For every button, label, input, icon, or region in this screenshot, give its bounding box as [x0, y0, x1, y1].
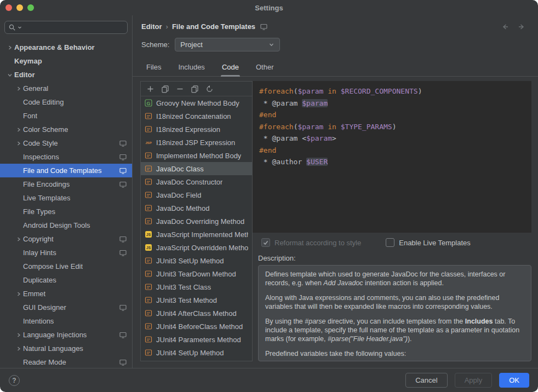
sidebar-item-emmet[interactable]: Emmet — [0, 287, 132, 301]
template-item-junit4-setup-method[interactable]: JUnit4 SetUp Method — [141, 346, 252, 359]
sidebar-item-keymap[interactable]: Keymap — [0, 54, 132, 68]
duplicate-icon[interactable] — [161, 85, 169, 93]
cancel-button[interactable]: Cancel — [405, 373, 447, 388]
apply-button[interactable]: Apply — [455, 373, 493, 388]
settings-tree[interactable]: Appearance & BehaviorKeymapEditorGeneral… — [0, 41, 132, 368]
settings-sidebar: Appearance & BehaviorKeymapEditorGeneral… — [0, 15, 133, 368]
remove-icon[interactable] — [176, 85, 184, 93]
sidebar-item-label: Inlay Hints — [23, 249, 56, 257]
chevron-right-icon[interactable] — [14, 331, 23, 339]
template-item-junit3-setup-method[interactable]: JUnit3 SetUp Method — [141, 254, 252, 267]
add-icon[interactable] — [146, 85, 154, 93]
template-item-javadoc-class[interactable]: JavaDoc Class — [141, 162, 252, 175]
chevron-right-icon[interactable] — [14, 344, 23, 353]
minimize-window-button[interactable] — [16, 4, 23, 11]
template-item-javadoc-method[interactable]: JavaDoc Method — [141, 201, 252, 215]
sidebar-item-inlay-hints[interactable]: Inlay Hints — [0, 246, 132, 260]
search-history-chevron-icon[interactable] — [18, 25, 22, 30]
sidebar-item-duplicates[interactable]: Duplicates — [0, 273, 132, 287]
template-item-i18nized-expression[interactable]: I18nized Expression — [141, 123, 252, 136]
copy-icon[interactable] — [191, 85, 199, 93]
sidebar-item-color-scheme[interactable]: Color Scheme — [0, 123, 132, 136]
sidebar-item-code-editing[interactable]: Code Editing — [0, 95, 132, 109]
template-item-javascript-overridden-method-body[interactable]: JSJavaScript Overridden Method Body — [141, 241, 252, 254]
revert-icon[interactable] — [205, 85, 214, 93]
ok-button[interactable]: OK — [499, 373, 529, 388]
reformat-checkbox[interactable]: Reformat according to style — [261, 238, 361, 247]
sidebar-item-font[interactable]: Font — [0, 109, 132, 123]
code-line: #foreach($param in $TYPE_PARAMS) — [259, 121, 525, 133]
js-template-icon: JS — [145, 230, 152, 238]
template-item-label: JUnit3 SetUp Method — [156, 257, 224, 265]
chevron-placeholder — [14, 98, 23, 107]
template-item-i18nized-concatenation[interactable]: I18nized Concatenation — [141, 109, 252, 123]
template-item-implemented-method-body[interactable]: Implemented Method Body — [141, 149, 252, 162]
sidebar-item-language-injections[interactable]: Language Injections — [0, 328, 132, 342]
zoom-window-button[interactable] — [27, 4, 34, 11]
template-item-i18nized-jsp-expression[interactable]: JSPI18nized JSP Expression — [141, 136, 252, 149]
sidebar-item-general[interactable]: General — [0, 82, 132, 95]
chevron-right-icon[interactable] — [14, 84, 23, 93]
template-item-junit3-teardown-method[interactable]: JUnit3 TearDown Method — [141, 267, 252, 280]
template-item-javadoc-overriding-method[interactable]: JavaDoc Overriding Method — [141, 215, 252, 228]
sidebar-item-live-templates[interactable]: Live Templates — [0, 191, 132, 205]
tab-other[interactable]: Other — [255, 60, 275, 76]
template-item-label: JavaDoc Field — [156, 191, 201, 199]
forward-icon[interactable] — [517, 23, 526, 31]
sidebar-item-label: Editor — [14, 71, 35, 79]
tab-includes[interactable]: Includes — [177, 60, 205, 76]
sidebar-item-file-encodings[interactable]: File Encodings — [0, 177, 132, 191]
chevron-right-icon[interactable] — [14, 290, 23, 298]
template-list[interactable]: GGroovy New Method BodyI18nized Concaten… — [141, 96, 252, 361]
sidebar-item-reader-mode[interactable]: Reader Mode — [0, 355, 132, 368]
sidebar-item-compose-live-edit[interactable]: Compose Live Edit — [0, 260, 132, 273]
sidebar-item-file-and-code-templates[interactable]: File and Code Templates — [0, 164, 132, 177]
template-item-label: JUnit4 AfterClass Method — [156, 309, 237, 318]
sidebar-item-intentions[interactable]: Intentions — [0, 314, 132, 328]
sidebar-item-inspections[interactable]: Inspections — [0, 150, 132, 164]
back-icon[interactable] — [501, 23, 510, 31]
sidebar-item-android-design-tools[interactable]: Android Design Tools — [0, 218, 132, 232]
settings-search-input[interactable] — [24, 24, 124, 31]
sidebar-item-label: File Encodings — [23, 180, 70, 188]
sidebar-item-file-types[interactable]: File Types — [0, 205, 132, 218]
chevron-right-icon[interactable] — [14, 139, 23, 148]
template-item-label: JavaScript Overridden Method Body — [156, 244, 248, 252]
chevron-right-icon[interactable] — [14, 125, 23, 134]
code-line: #foreach($param in $RECORD_COMPONENTS) — [259, 85, 525, 97]
tab-files[interactable]: Files — [145, 60, 162, 76]
template-item-junit3-test-method[interactable]: JUnit3 Test Method — [141, 293, 252, 307]
scheme-select[interactable]: Project — [175, 38, 280, 51]
template-item-junit4-parameters-method[interactable]: JUnit4 Parameters Method — [141, 333, 252, 346]
template-item-junit4-afterclass-method[interactable]: JUnit4 AfterClass Method — [141, 307, 252, 320]
template-item-label: Groovy New Method Body — [156, 99, 239, 107]
settings-search-box[interactable] — [4, 21, 128, 34]
chevron-right-icon[interactable] — [14, 235, 23, 244]
tab-code[interactable]: Code — [221, 60, 240, 76]
breadcrumb-editor[interactable]: Editor — [141, 22, 162, 31]
template-code-editor[interactable]: #foreach($param in $RECORD_COMPONENTS) *… — [253, 81, 531, 233]
sidebar-item-appearance-behavior[interactable]: Appearance & Behavior — [0, 41, 132, 54]
chevron-right-icon[interactable] — [5, 43, 14, 52]
template-item-javascript-implemented-method-body[interactable]: JSJavaScript Implemented Method Body — [141, 228, 252, 241]
sidebar-item-natural-languages[interactable]: Natural Languages — [0, 342, 132, 355]
sidebar-item-editor[interactable]: Editor — [0, 68, 132, 82]
sidebar-item-copyright[interactable]: Copyright — [0, 232, 132, 246]
screen-icon — [119, 140, 127, 147]
close-window-button[interactable] — [5, 4, 12, 11]
template-template-icon — [145, 349, 152, 356]
template-item-javadoc-field[interactable]: JavaDoc Field — [141, 188, 252, 201]
template-item-groovy-new-method-body[interactable]: GGroovy New Method Body — [141, 96, 252, 109]
enable-live-templates-checkbox[interactable]: Enable Live Templates — [386, 238, 471, 247]
help-button[interactable]: ? — [9, 375, 20, 386]
template-item-junit4-beforeclass-method[interactable]: JUnit4 BeforeClass Method — [141, 320, 252, 333]
code-line: #end — [259, 145, 525, 157]
sidebar-item-gui-designer[interactable]: GUI Designer — [0, 301, 132, 314]
chevron-down-icon[interactable] — [5, 71, 14, 79]
sidebar-item-code-style[interactable]: Code Style — [0, 136, 132, 150]
template-item-javadoc-constructor[interactable]: JavaDoc Constructor — [141, 175, 252, 188]
template-list-toolbar — [141, 82, 252, 96]
description-box[interactable]: Defines template which used to generate … — [258, 265, 531, 361]
chevron-placeholder — [14, 153, 23, 162]
template-item-junit3-test-class[interactable]: JUnit3 Test Class — [141, 280, 252, 293]
